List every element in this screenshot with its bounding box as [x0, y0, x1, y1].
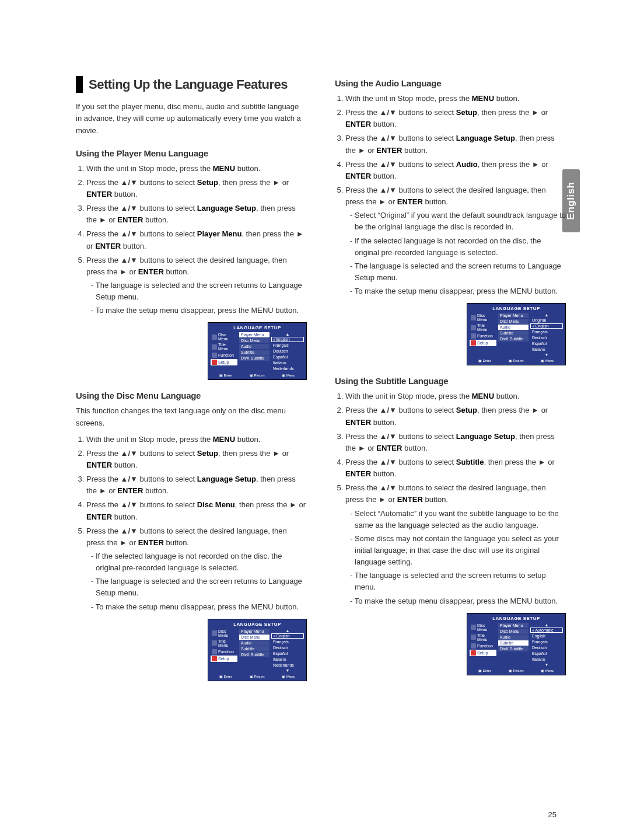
osd-option: Italiano: [530, 347, 563, 352]
osd-option: Nederlands: [271, 663, 304, 668]
step-item: Press the ▲/▼ buttons to select Language…: [345, 133, 566, 156]
osd-foot-hint: Return: [250, 373, 265, 377]
nav-icon: [212, 649, 217, 654]
section-title: Setting Up the Language Features: [76, 76, 307, 93]
osd-screenshot-disc-menu: LANGUAGE SETUPDisc MenuTitle MenuFunctio…: [208, 619, 307, 681]
step-note: The language is selected and the screen …: [350, 260, 566, 284]
nav-icon: [212, 656, 217, 661]
nav-icon: [471, 333, 476, 339]
scroll-up-icon: ▲: [271, 629, 304, 633]
osd-menu-item: Audio: [239, 344, 270, 349]
osd-menu-item: Subtitle: [239, 350, 270, 355]
osd-option: Deutsch: [271, 645, 304, 650]
osd-screenshot-player-menu: LANGUAGE SETUPDisc MenuTitle MenuFunctio…: [208, 322, 307, 380]
step-note: Select “Automatic” if you want the subti…: [350, 508, 566, 531]
osd-nav-item: Disc Menu: [211, 629, 237, 638]
osd-foot-hint: Enter: [478, 668, 491, 672]
osd-option: English: [530, 633, 563, 639]
subheading-player-menu: Using the Player Menu Language: [76, 148, 307, 158]
osd-nav-item: Function: [211, 352, 237, 358]
osd-option: Italiano: [271, 657, 304, 662]
osd-option: Français: [530, 329, 563, 334]
page-number: 25: [548, 810, 556, 819]
osd-nav-item: Title Menu: [211, 342, 237, 351]
scroll-down-icon: ▼: [530, 663, 563, 667]
step-item: Press the ▲/▼ buttons to select the desi…: [345, 184, 566, 297]
step-item: Press the ▲/▼ buttons to select Subtitle…: [345, 456, 566, 480]
nav-icon: [471, 650, 476, 656]
osd-option: √ Automatic: [530, 628, 563, 633]
osd-foot-hint: Return: [250, 674, 265, 678]
osd-title: LANGUAGE SETUP: [470, 616, 563, 621]
osd-nav-item: Disc Menu: [470, 623, 496, 632]
osd-option: Italiano: [271, 360, 304, 365]
scroll-down-icon: ▼: [271, 668, 304, 672]
osd-foot-hint: Enter: [478, 358, 491, 363]
osd-nav-item: Disc Menu: [211, 332, 237, 341]
step-item: Press the ▲/▼ buttons to select the desi…: [345, 482, 566, 607]
subheading-disc-menu: Using the Disc Menu Language: [76, 391, 307, 400]
osd-foot-hint: Return: [509, 358, 524, 363]
step-item: Press the ▲/▼ buttons to select the desi…: [86, 525, 307, 613]
step-note: If the selected language is not recorded…: [91, 550, 307, 574]
osd-title: LANGUAGE SETUP: [211, 622, 304, 627]
step-note: To make the setup menu disappear, press …: [350, 285, 566, 297]
steps-audio: With the unit in Stop mode, press the ME…: [335, 93, 566, 297]
osd-nav-item: Setup: [211, 656, 237, 662]
disc-menu-lead: This function changes the text language …: [76, 405, 307, 428]
nav-icon: [471, 635, 476, 640]
osd-menu-item: Subtitle: [498, 330, 528, 336]
step-note: Some discs may not contain the language …: [350, 533, 566, 568]
step-item: With the unit in Stop mode, press the ME…: [86, 434, 307, 445]
osd-option: Italiano: [530, 657, 563, 662]
step-item: With the unit in Stop mode, press the ME…: [345, 391, 566, 402]
osd-menu-item: Audio: [239, 640, 270, 646]
osd-foot-hint: Enter: [219, 674, 232, 678]
osd-menu-item: Player Menu: [239, 332, 270, 337]
osd-menu-item: Subtitle: [239, 646, 270, 651]
osd-option: Français: [530, 639, 563, 644]
osd-foot-hint: Return: [509, 668, 524, 672]
osd-option: Français: [271, 343, 304, 348]
osd-option: Español: [271, 354, 304, 360]
nav-icon: [212, 640, 217, 646]
osd-screenshot-subtitle: LANGUAGE SETUPDisc MenuTitle MenuFunctio…: [467, 613, 566, 675]
nav-icon: [471, 325, 476, 330]
step-item: Press the ▲/▼ buttons to select Setup, t…: [86, 448, 307, 471]
osd-foot-hint: Menu: [541, 358, 554, 363]
osd-title: LANGUAGE SETUP: [211, 325, 304, 330]
osd-menu-item: DivX Subtitle: [498, 336, 528, 341]
osd-title: LANGUAGE SETUP: [470, 306, 563, 311]
osd-option: Original: [530, 318, 563, 323]
step-item: Press the ▲/▼ buttons to select Audio, t…: [345, 159, 566, 182]
nav-icon: [212, 630, 217, 636]
scroll-up-icon: ▲: [530, 623, 563, 627]
osd-menu-item: Disc Menu: [239, 635, 270, 640]
osd-nav-item: Title Menu: [470, 633, 496, 642]
step-note: To make the setup menu disappear, press …: [350, 595, 566, 607]
step-item: Press the ▲/▼ buttons to select Language…: [345, 431, 566, 454]
nav-icon: [471, 315, 476, 320]
osd-menu-item: Player Menu: [498, 313, 528, 318]
osd-screenshot-audio: LANGUAGE SETUPDisc MenuTitle MenuFunctio…: [467, 303, 566, 365]
osd-menu-item: Audio: [498, 635, 528, 640]
osd-option: √ English: [271, 633, 304, 639]
nav-icon: [212, 334, 217, 340]
osd-nav-item: Disc Menu: [470, 313, 496, 322]
osd-foot-hint: Menu: [541, 668, 554, 672]
nav-icon: [212, 360, 217, 365]
steps-disc-menu: With the unit in Stop mode, press the ME…: [76, 434, 307, 613]
subheading-subtitle: Using the Subtitle Language: [335, 376, 566, 386]
nav-icon: [471, 340, 476, 346]
osd-menu-item: DivX Subtitle: [239, 355, 270, 361]
step-note: The language is selected and the screen …: [91, 280, 307, 303]
osd-nav-item: Title Menu: [211, 639, 237, 648]
osd-foot-hint: Enter: [219, 373, 232, 377]
intro-text: If you set the player menu, disc menu, a…: [76, 101, 307, 136]
step-note: If the selected language is not recorded…: [350, 235, 566, 259]
osd-option: Deutsch: [530, 335, 563, 340]
osd-menu-item: Player Menu: [498, 623, 528, 628]
step-note: To make the setup menu disappear, press …: [91, 305, 307, 316]
step-item: Press the ▲/▼ buttons to select Disc Men…: [86, 499, 307, 522]
osd-option: Français: [271, 639, 304, 644]
